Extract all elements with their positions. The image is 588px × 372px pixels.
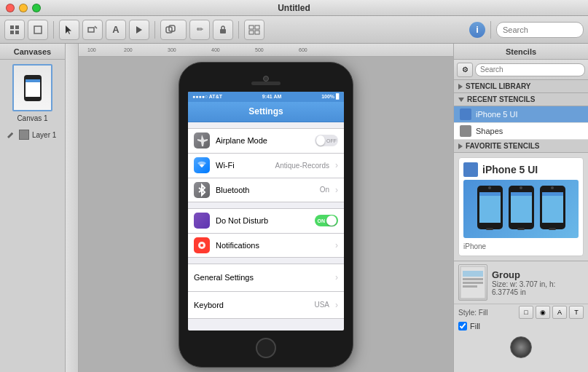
toolbar-btn-extra-1[interactable] [160,20,187,40]
svg-rect-31 [511,192,532,196]
iphone-screen: ●●●●○ AT&T 9:41 AM 100% ▊ Settings [188,92,344,331]
svg-point-23 [200,244,203,247]
stencil-library-header: STENCIL LIBRARY [454,80,588,93]
style-btn-2[interactable]: ◉ [536,306,550,319]
ios-row-wifi[interactable]: Wi-Fi Antique-Records › [188,153,344,178]
card-icon [463,162,478,177]
svg-rect-14 [249,31,254,34]
style-btn-1[interactable]: □ [519,306,533,319]
ios-row-bluetooth[interactable]: Bluetooth On › [188,178,344,202]
group-icon [458,264,487,301]
favorite-stencils-header: FAVORITE STENCILS [454,140,588,153]
svg-rect-42 [463,282,483,284]
maximize-button[interactable] [32,4,41,12]
layer-label: Layer 1 [32,131,56,139]
toolbar-btn-grid[interactable] [244,20,264,40]
shape-tool[interactable] [82,20,103,40]
properties-section: Group Size: w: 3.707 in, h: 6.37745 in S… [454,261,588,372]
props-fill-row: Fill [454,320,588,332]
svg-rect-3 [15,31,19,34]
close-button[interactable] [6,4,15,12]
svg-rect-2 [10,31,14,34]
toolbar-btn-extra-2[interactable]: ✏ [189,20,210,40]
color-swatch-container [454,332,588,363]
main-area: Canvases Canvas 1 Layer 1 100 200 [0,44,588,372]
toolbar-btn-lock[interactable] [213,20,233,40]
svg-marker-8 [136,26,142,33]
search-input[interactable] [496,22,584,38]
fill-checkbox[interactable] [458,322,467,331]
card-subtitle: iPhone [463,242,486,250]
iphone-camera [263,76,269,82]
minimize-button[interactable] [19,4,28,12]
svg-rect-0 [10,25,14,29]
keyboard-label: Keybord [194,301,308,309]
wifi-label: Wi-Fi [216,161,270,170]
ios-navbar: Settings [188,102,344,122]
stencils-search-input[interactable] [475,63,585,76]
info-button[interactable]: i [469,22,485,38]
layer-icon [19,130,29,140]
canvas-label: Canvas 1 [17,114,47,122]
iphone-speaker [251,82,281,85]
toggle-off-label: OFF [326,138,337,143]
fill-label: Fill [470,322,480,331]
toolbar-separator-4 [490,21,491,39]
cursor-tool[interactable] [59,20,79,40]
iphone-mockup: ●●●●○ AT&T 9:41 AM 100% ▊ Settings [179,62,353,368]
toolbar-btn-1[interactable] [4,20,25,40]
color-swatch[interactable] [510,336,532,358]
canvas-area[interactable]: 100 200 300 400 500 600 ●●●●○ AT&T 9:41 … [66,44,453,372]
notifications-icon [194,237,210,253]
svg-rect-26 [479,192,501,196]
ios-row-keyboard[interactable]: Keybord USA › [188,291,344,319]
svg-rect-28 [486,228,493,230]
window-controls [6,4,41,12]
play-tool[interactable] [129,20,149,40]
style-btn-4[interactable]: T [569,306,584,319]
dnd-toggle-knob [326,215,337,226]
svg-point-37 [551,186,554,189]
ios-section-3: General Settings › Keybord USA › [188,264,344,319]
stencil-shapes-label: Shapes [476,127,503,135]
stencil-shapes-icon [460,125,471,137]
card-title: iPhone 5 UI [482,164,538,175]
iphone-home-button[interactable] [256,338,276,358]
style-label: Style: Fill [458,309,517,317]
window-title: Untitled [278,3,310,13]
stencil-item-shapes[interactable]: Shapes [454,123,588,140]
toggle-knob [316,135,325,146]
airplane-toggle[interactable]: OFF [315,135,338,146]
stencil-card: iPhone 5 UI [458,157,584,256]
expand-icon [458,98,464,102]
ios-section-2: Do Not Disturb ON [188,208,344,258]
dnd-toggle[interactable]: ON [315,215,338,226]
toolbar-separator-3 [238,21,239,39]
stencil-library-label: STENCIL LIBRARY [466,82,530,90]
ruler-vertical [66,44,79,372]
style-btn-3[interactable]: A [552,306,567,319]
svg-rect-11 [220,29,226,33]
toolbar-separator-2 [154,21,155,39]
svg-point-27 [488,186,491,189]
stencil-item-iphone[interactable]: iPhone 5 UI [454,106,588,123]
ios-time: 9:41 AM [262,94,282,99]
ios-row-general[interactable]: General Settings › [188,264,344,291]
svg-rect-6 [88,28,94,32]
ios-row-airplane[interactable]: Airplane Mode OFF [188,128,344,153]
layer-item: Layer 1 [0,127,65,143]
wifi-chevron: › [335,160,338,170]
text-tool[interactable]: A [106,20,126,40]
canvas-1-item[interactable]: Canvas 1 [0,60,65,127]
stencils-header: Stencils [454,44,588,60]
ios-row-notifications[interactable]: Notifications › [188,233,344,258]
dnd-label: Do Not Disturb [216,216,309,225]
toolbar-btn-2[interactable] [28,20,48,40]
stencils-gear-btn[interactable]: ⚙ [457,63,473,77]
svg-rect-30 [511,192,532,223]
ios-row-dnd[interactable]: Do Not Disturb ON [188,208,344,233]
ios-carrier: ●●●●○ AT&T [192,94,222,99]
size-label: Size: w: 3.707 in, h: 6.37745 in [492,280,584,296]
toolbar: A ✏ i [0,16,588,44]
keyboard-value: USA [314,301,329,309]
